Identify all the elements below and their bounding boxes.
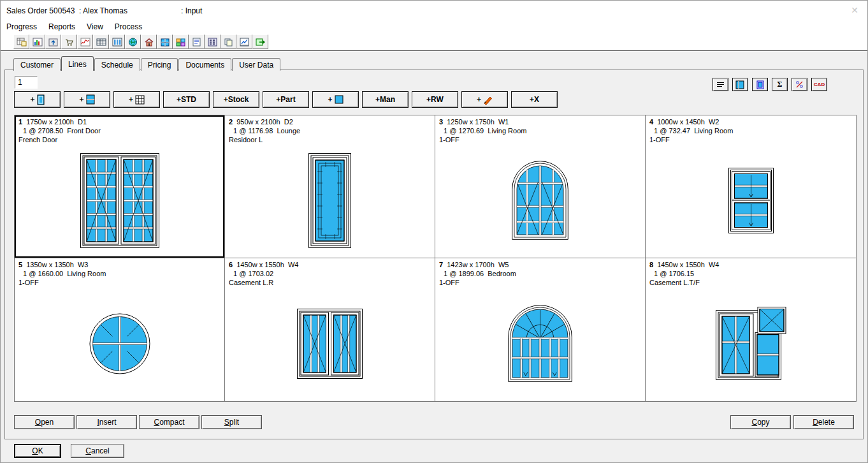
title-bar: Sales Order 500543 : Alex Thomas : Input… — [1, 1, 867, 20]
compact-button[interactable]: Compact — [139, 415, 199, 429]
line-qty-price: 1 @ 1703.02 — [229, 269, 431, 278]
line-header: 3 1250w x 1750h W1 — [439, 117, 641, 126]
add-button-label: +STD — [177, 95, 196, 104]
tab-pricing[interactable]: Pricing — [141, 58, 178, 71]
copy-button[interactable]: Copy — [730, 415, 791, 429]
delete-button[interactable]: Delete — [793, 415, 854, 429]
menu-item-view[interactable]: View — [81, 20, 109, 33]
chart-icon[interactable] — [29, 34, 45, 49]
line-header: 4 1000w x 1450h W2 — [649, 117, 852, 126]
tab-user-data[interactable]: User Data — [232, 58, 280, 71]
window-mode: : Input — [181, 6, 202, 15]
sum-button[interactable]: Σ — [772, 78, 788, 91]
export-icon[interactable] — [252, 34, 268, 49]
add-button-label: +RW — [426, 95, 444, 104]
tab-customer[interactable]: Customer — [13, 58, 61, 71]
lines-panel: ++++STD+Stock+Part++Man+RW++X ΣCAD 1 175… — [4, 70, 864, 439]
window-title: Sales Order 500543 : Alex Thomas — [6, 6, 127, 15]
open-button[interactable]: Open — [14, 415, 75, 429]
view-button-row: ΣCAD — [712, 78, 827, 91]
add-stock-button[interactable]: +Stock — [213, 91, 259, 108]
line-drawing-sash-window — [649, 144, 852, 256]
signature-icon[interactable] — [77, 34, 93, 49]
add-button-label: + — [328, 95, 332, 104]
line-size-ref: 1000w x 1450h W2 — [653, 118, 719, 126]
add-x-button[interactable]: +X — [511, 91, 558, 108]
line-header: 6 1450w x 1550h W4 — [229, 260, 431, 269]
line-cell-3[interactable]: 3 1250w x 1750h W11 @ 1270.69 Living Roo… — [435, 115, 646, 258]
tab-schedule[interactable]: Schedule — [94, 58, 140, 71]
cancel-button[interactable]: Cancel — [71, 444, 124, 458]
line-size-ref: 1450w x 1550h W4 — [653, 261, 719, 268]
line-size-ref: 1350w x 1350h W3 — [22, 261, 88, 268]
line-qty-price: 1 @ 1899.06 Bedroom — [439, 269, 641, 278]
line-cell-5[interactable]: 5 1350w x 1350h W31 @ 1660.00 Living Roo… — [15, 258, 225, 401]
menu-bar: ProgressReportsViewProcess — [1, 20, 867, 34]
menu-item-progress[interactable]: Progress — [1, 20, 43, 33]
pricing-button[interactable] — [792, 78, 807, 91]
line-description: 1-OFF — [439, 278, 641, 287]
line-cell-4[interactable]: 4 1000w x 1450h W21 @ 732.47 Living Room… — [646, 115, 856, 258]
footer-left-buttons: OpenInsertCompactSplit — [14, 415, 262, 429]
columns-icon[interactable] — [109, 34, 125, 49]
gallery-icon[interactable] — [173, 34, 189, 49]
table-icon[interactable] — [93, 34, 109, 49]
close-button[interactable]: ✕ — [847, 4, 862, 17]
elevation-view-button[interactable] — [732, 78, 748, 91]
line-cell-2[interactable]: 2 950w x 2100h D21 @ 1176.98 LoungeResid… — [225, 115, 435, 258]
add-button-label: +Part — [276, 95, 295, 104]
window-icon[interactable] — [157, 34, 173, 49]
line-drawing-residoor — [229, 144, 431, 256]
line-number-input[interactable] — [15, 76, 38, 89]
line-cell-8[interactable]: 8 1450w x 1550h W41 @ 1706.15Casement L.… — [646, 258, 856, 401]
line-size-ref: 1750w x 2100h D1 — [22, 118, 87, 126]
copy-icon[interactable] — [221, 34, 236, 49]
line-size-ref: 950w x 2100h D2 — [233, 118, 293, 126]
notes-icon[interactable] — [189, 34, 205, 49]
add-button-label: + — [79, 95, 83, 104]
tab-documents[interactable]: Documents — [178, 58, 231, 71]
line-size-ref: 1450w x 1550h W4 — [233, 261, 298, 268]
design-view-button[interactable] — [752, 78, 768, 91]
add-mark-button[interactable]: + — [461, 91, 508, 108]
line-cell-7[interactable]: 7 1423w x 1700h W51 @ 1899.06 Bedroom1-O… — [435, 258, 646, 401]
line-drawing-arch-fan-window — [439, 287, 641, 400]
footer-right-buttons: CopyDelete — [730, 415, 854, 429]
line-header: 5 1350w x 1350h W3 — [18, 260, 221, 269]
add-manual-button[interactable]: +Man — [362, 91, 409, 108]
sash-icon — [86, 94, 95, 105]
stats-icon[interactable] — [236, 34, 252, 49]
split-button[interactable]: Split — [201, 415, 262, 429]
ok-button[interactable]: OK — [14, 444, 61, 458]
keypad-icon[interactable] — [205, 34, 221, 49]
cad-button[interactable]: CAD — [811, 78, 827, 91]
menu-item-reports[interactable]: Reports — [43, 20, 81, 33]
tab-lines[interactable]: Lines — [61, 56, 94, 71]
add-rw-button[interactable]: +RW — [412, 91, 458, 108]
menu-item-process[interactable]: Process — [109, 20, 148, 33]
line-qty-price: 1 @ 732.47 Living Room — [649, 126, 852, 135]
list-view-button[interactable] — [712, 78, 728, 91]
line-description: Casement L.R — [229, 278, 431, 287]
globe-icon[interactable] — [125, 34, 141, 49]
line-cell-1[interactable]: 1 1750w x 2100h D11 @ 2708.50 Front Door… — [15, 115, 225, 258]
line-cell-6[interactable]: 6 1450w x 1550h W41 @ 1703.02Casement L.… — [225, 258, 435, 401]
add-frame-button[interactable]: + — [14, 91, 61, 108]
line-description: Residoor L — [229, 135, 431, 144]
line-size-ref: 1423w x 1700h W5 — [443, 261, 509, 268]
add-part-button[interactable]: +Part — [263, 91, 309, 108]
upload-icon[interactable] — [45, 34, 61, 49]
line-size-ref: 1250w x 1750h W1 — [443, 118, 509, 126]
cart-icon[interactable] — [61, 34, 77, 49]
add-sash-button[interactable]: + — [64, 91, 110, 108]
add-standard-button[interactable]: +STD — [163, 91, 210, 108]
order-grid-icon[interactable] — [13, 34, 29, 49]
insert-button[interactable]: Insert — [76, 415, 137, 429]
add-glass-button[interactable]: + — [312, 91, 359, 108]
add-grid-button[interactable]: + — [113, 91, 160, 108]
add-button-label: + — [30, 95, 34, 104]
mark-icon — [483, 95, 493, 105]
home-icon[interactable] — [141, 34, 157, 49]
line-qty-price: 1 @ 2708.50 Front Door — [18, 126, 221, 135]
line-description: French Door — [18, 135, 221, 144]
